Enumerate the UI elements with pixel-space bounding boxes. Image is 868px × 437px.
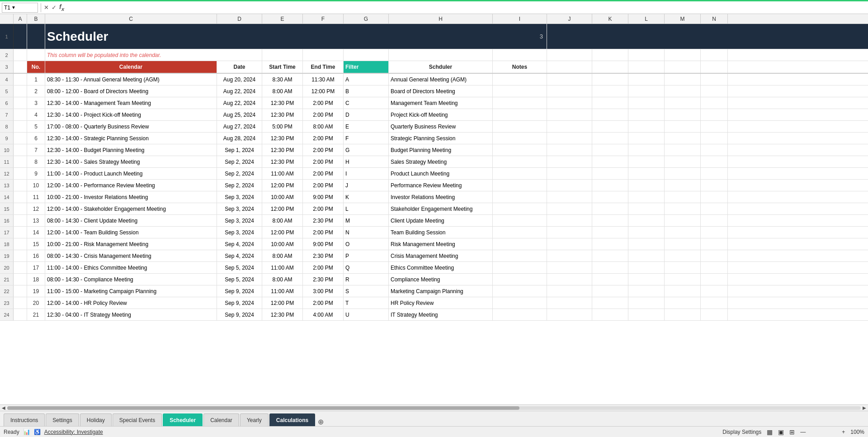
cell-14-calendar[interactable]: 10:00 - 21:00 - Investor Relations Meeti…	[45, 191, 217, 203]
cell-22-l[interactable]	[628, 285, 665, 297]
cell-4-n[interactable]	[701, 74, 728, 85]
cell-18-notes[interactable]	[493, 238, 547, 250]
cell-5-filter[interactable]: B	[344, 86, 389, 97]
cell-4-a[interactable]	[14, 74, 27, 85]
cell-9-no[interactable]: 6	[27, 133, 45, 144]
cell-8-m[interactable]	[665, 121, 701, 132]
cell-23-a[interactable]	[14, 297, 27, 309]
cell-11-notes[interactable]	[493, 156, 547, 167]
add-sheet-icon[interactable]: ⊕	[318, 418, 324, 426]
cell-17-filter[interactable]: N	[344, 227, 389, 238]
cell-2-b[interactable]	[27, 49, 45, 61]
cell-11-end[interactable]: 2:00 PM	[303, 156, 344, 167]
bottom-scrollbar[interactable]: ◀ ▶	[0, 404, 868, 411]
cell-14-date[interactable]: Sep 3, 2024	[217, 191, 262, 203]
cell-11-scheduler[interactable]: Sales Strategy Meeting	[389, 156, 493, 167]
cell-14-scheduler[interactable]: Investor Relations Meeting	[389, 191, 493, 203]
cell-14-k[interactable]	[592, 191, 628, 203]
cell-12-date[interactable]: Sep 2, 2024	[217, 168, 262, 179]
cell-5-a[interactable]	[14, 86, 27, 97]
cell-2-h[interactable]	[389, 49, 493, 61]
cell-24-l[interactable]	[628, 309, 665, 320]
cell-10-l[interactable]	[628, 144, 665, 156]
cell-7-end[interactable]: 2:00 PM	[303, 109, 344, 120]
cell-9-j[interactable]	[547, 133, 592, 144]
cell-15-m[interactable]	[665, 203, 701, 214]
cell-23-notes[interactable]	[493, 297, 547, 309]
formula-input[interactable]	[66, 3, 866, 13]
cell-19-m[interactable]	[665, 250, 701, 261]
cell-5-end[interactable]: 12:00 PM	[303, 86, 344, 97]
cell-4-j[interactable]	[547, 74, 592, 85]
cell-10-m[interactable]	[665, 144, 701, 156]
cell-1-n[interactable]	[701, 24, 728, 49]
cell-14-start[interactable]: 10:00 AM	[262, 191, 303, 203]
cell-19-calendar[interactable]: 08:00 - 14:30 - Crisis Management Meetin…	[45, 250, 217, 261]
cell-11-m[interactable]	[665, 156, 701, 167]
cell-8-start[interactable]: 5:00 PM	[262, 121, 303, 132]
cell-10-calendar[interactable]: 12:30 - 14:00 - Budget Planning Meeting	[45, 144, 217, 156]
cell-17-end[interactable]: 2:00 PM	[303, 227, 344, 238]
zoom-plus-icon[interactable]: +	[842, 429, 845, 435]
cell-13-j[interactable]	[547, 180, 592, 191]
cell-20-m[interactable]	[665, 262, 701, 273]
cell-10-end[interactable]: 2:00 PM	[303, 144, 344, 156]
cell-10-n[interactable]	[701, 144, 728, 156]
cell-20-j[interactable]	[547, 262, 592, 273]
cell-8-end[interactable]: 8:00 AM	[303, 121, 344, 132]
cell-15-scheduler[interactable]: Stakeholder Engagement Meeting	[389, 203, 493, 214]
cell-23-date[interactable]: Sep 9, 2024	[217, 297, 262, 309]
col-header-m[interactable]: M	[665, 14, 701, 24]
tab-scheduler[interactable]: Scheduler	[163, 413, 203, 426]
cell-16-a[interactable]	[14, 215, 27, 226]
cell-13-filter[interactable]: J	[344, 180, 389, 191]
cell-15-a[interactable]	[14, 203, 27, 214]
cell-24-calendar[interactable]: 12:30 - 04:00 - IT Strategy Meeting	[45, 309, 217, 320]
col-header-a[interactable]: A	[14, 14, 27, 24]
cell-24-m[interactable]	[665, 309, 701, 320]
cell-8-scheduler[interactable]: Quarterly Business Review	[389, 121, 493, 132]
cell-8-no[interactable]: 5	[27, 121, 45, 132]
cell-18-no[interactable]: 15	[27, 238, 45, 250]
horizontal-scrollbar[interactable]	[7, 406, 861, 410]
cell-4-l[interactable]	[628, 74, 665, 85]
cell-7-l[interactable]	[628, 109, 665, 120]
cell-4-start[interactable]: 8:30 AM	[262, 74, 303, 85]
cell-7-filter[interactable]: D	[344, 109, 389, 120]
cell-21-k[interactable]	[592, 274, 628, 285]
cell-9-scheduler[interactable]: Strategic Planning Session	[389, 133, 493, 144]
cell-8-a[interactable]	[14, 121, 27, 132]
cell-2-l[interactable]	[628, 49, 665, 61]
col-header-filter[interactable]: Filter	[344, 61, 389, 73]
cell-20-start[interactable]: 11:00 AM	[262, 262, 303, 273]
tab-settings[interactable]: Settings	[46, 413, 79, 426]
cell-16-filter[interactable]: M	[344, 215, 389, 226]
cell-7-no[interactable]: 4	[27, 109, 45, 120]
col-header-notes[interactable]: Notes	[493, 61, 547, 73]
cell-13-l[interactable]	[628, 180, 665, 191]
cell-22-notes[interactable]	[493, 285, 547, 297]
cell-7-notes[interactable]	[493, 109, 547, 120]
cell-3-m[interactable]	[665, 61, 701, 73]
cell-23-no[interactable]: 20	[27, 297, 45, 309]
col-header-scheduler[interactable]: Schduler	[389, 61, 493, 73]
col-header-f[interactable]: F	[303, 14, 344, 24]
cell-21-l[interactable]	[628, 274, 665, 285]
cell-24-a[interactable]	[14, 309, 27, 320]
cell-1-d[interactable]	[217, 24, 262, 49]
cell-20-calendar[interactable]: 11:00 - 14:00 - Ethics Committee Meeting	[45, 262, 217, 273]
cell-14-a[interactable]	[14, 191, 27, 203]
cell-18-scheduler[interactable]: Risk Management Meeting	[389, 238, 493, 250]
cell-16-m[interactable]	[665, 215, 701, 226]
cell-4-filter[interactable]: A	[344, 74, 389, 85]
cell-8-l[interactable]	[628, 121, 665, 132]
cell-24-notes[interactable]	[493, 309, 547, 320]
cell-9-k[interactable]	[592, 133, 628, 144]
cell-19-end[interactable]: 2:30 PM	[303, 250, 344, 261]
cell-16-no[interactable]: 13	[27, 215, 45, 226]
cell-15-date[interactable]: Sep 3, 2024	[217, 203, 262, 214]
cell-18-k[interactable]	[592, 238, 628, 250]
cell-14-n[interactable]	[701, 191, 728, 203]
cell-5-m[interactable]	[665, 86, 701, 97]
cell-17-no[interactable]: 14	[27, 227, 45, 238]
